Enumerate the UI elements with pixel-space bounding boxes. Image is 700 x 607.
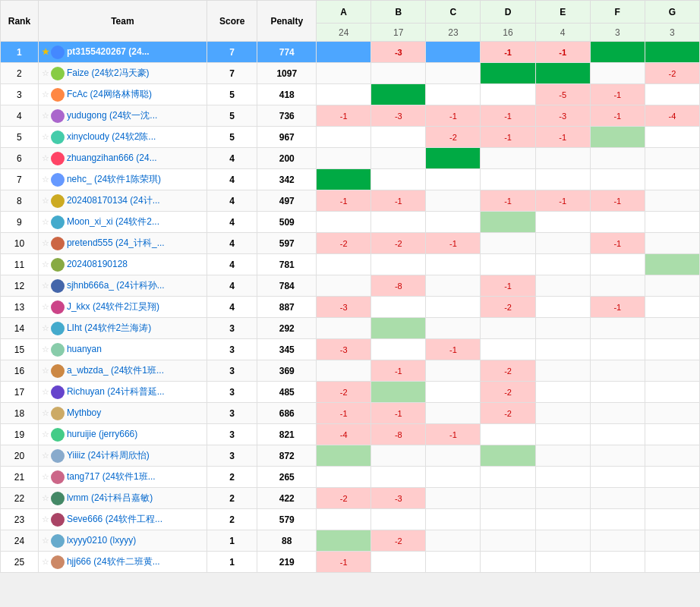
prob-a-cell xyxy=(317,254,371,275)
score-cell: 2 xyxy=(207,488,257,509)
prob-d-header[interactable]: D xyxy=(481,1,535,24)
scoreboard-table: Rank Team Score Penalty A B C D E F G 24… xyxy=(0,0,700,573)
star-icon[interactable]: ☆ xyxy=(42,111,49,120)
prob-b-cell xyxy=(371,339,426,360)
prob-f-cell xyxy=(590,169,645,190)
team-cell[interactable]: ☆LIht (24软件2兰海涛) xyxy=(38,318,207,339)
prob-a-cell: -2 xyxy=(317,382,371,403)
prob-b-header[interactable]: B xyxy=(371,1,426,24)
prob-d-cell: -1 xyxy=(481,275,535,297)
team-name: lxyyy0210 (lxyyy) xyxy=(67,535,136,546)
team-cell[interactable]: ☆tang717 (24软件1班... xyxy=(38,467,207,488)
score-cell: 3 xyxy=(207,445,257,467)
star-icon[interactable]: ☆ xyxy=(42,536,49,545)
prob-g-cell xyxy=(645,127,699,148)
prob-f-cell xyxy=(590,127,645,148)
star-icon[interactable]: ☆ xyxy=(42,472,49,481)
score-cell: 3 xyxy=(207,339,257,360)
penalty-cell: 686 xyxy=(257,403,317,424)
star-icon[interactable]: ☆ xyxy=(42,557,49,566)
team-cell[interactable]: ☆Richuyan (24计科普延... xyxy=(38,382,207,403)
team-cell[interactable]: ☆lxyyy0210 (lxyyy) xyxy=(38,530,207,552)
team-cell[interactable]: ☆huruijie (jerry666) xyxy=(38,424,207,445)
prob-b-cell xyxy=(371,552,426,573)
team-cell[interactable]: ☆nehc_ (24软件1陈荣琪) xyxy=(38,169,207,190)
star-icon[interactable]: ☆ xyxy=(42,366,49,375)
star-icon[interactable]: ☆ xyxy=(42,90,49,99)
prob-g-cell xyxy=(645,424,699,445)
team-cell[interactable]: ☆Seve666 (24软件工程... xyxy=(38,509,207,530)
star-icon[interactable]: ☆ xyxy=(42,217,49,226)
star-icon[interactable]: ☆ xyxy=(42,132,49,141)
star-icon[interactable]: ☆ xyxy=(42,153,49,162)
team-cell[interactable]: ☆huanyan xyxy=(38,339,207,360)
team-cell[interactable]: ☆Faize (24软2冯天豪) xyxy=(38,63,207,84)
prob-b-cell xyxy=(371,127,426,148)
star-icon[interactable]: ☆ xyxy=(42,429,49,439)
prob-d-cell xyxy=(481,233,535,254)
star-icon[interactable]: ☆ xyxy=(42,344,49,354)
star-icon[interactable]: ☆ xyxy=(42,259,49,269)
team-cell[interactable]: ★pt3155420267 (24... xyxy=(38,42,207,63)
team-cell[interactable]: ☆pretend555 (24_计科_... xyxy=(38,233,207,254)
team-cell[interactable]: ☆zhuangzihan666 (24... xyxy=(38,148,207,169)
prob-g-cell xyxy=(645,297,699,318)
prob-a-cell: -2 xyxy=(317,233,371,254)
team-name: nehc_ (24软件1陈荣琪) xyxy=(67,174,161,184)
prob-a-cell xyxy=(317,467,371,488)
prob-b-cell: -3 xyxy=(371,488,426,509)
prob-c-cell xyxy=(426,84,481,105)
avatar xyxy=(51,131,65,144)
score-cell: 3 xyxy=(207,360,257,382)
avatar xyxy=(51,258,65,272)
star-icon[interactable]: ☆ xyxy=(42,302,49,311)
prob-b-cell xyxy=(371,318,426,339)
prob-b-cell xyxy=(371,467,426,488)
score-cell: 4 xyxy=(207,233,257,254)
team-cell[interactable]: ☆J_kkx (24软件2江昊翔) xyxy=(38,297,207,318)
team-name: zhuangzihan666 (24... xyxy=(67,153,157,163)
prob-d-cell: -1 xyxy=(481,190,535,212)
star-icon[interactable]: ☆ xyxy=(42,68,49,77)
prob-f-header[interactable]: F xyxy=(590,1,645,24)
team-cell[interactable]: ☆hjj666 (24软件二班黄... xyxy=(38,552,207,573)
star-icon[interactable]: ☆ xyxy=(42,323,49,332)
prob-a-cell xyxy=(317,63,371,84)
team-cell[interactable]: ☆202408190128 xyxy=(38,254,207,275)
star-icon[interactable]: ☆ xyxy=(42,175,49,184)
prob-c-cell: -1 xyxy=(426,105,481,127)
avatar xyxy=(51,407,65,420)
prob-c-header[interactable]: C xyxy=(426,1,481,24)
prob-f-cell: -1 xyxy=(590,84,645,105)
team-cell[interactable]: ☆Yiiiiz (24计科周欣怡) xyxy=(38,445,207,467)
team-name: Yiiiiz (24计科周欣怡) xyxy=(67,450,150,461)
star-icon[interactable]: ☆ xyxy=(42,451,49,460)
team-cell[interactable]: ☆xinycloudy (24软2陈... xyxy=(38,127,207,148)
star-icon[interactable]: ☆ xyxy=(42,196,49,205)
star-icon[interactable]: ☆ xyxy=(42,387,49,396)
prob-a-header[interactable]: A xyxy=(317,1,371,24)
team-cell[interactable]: ☆Mythboy xyxy=(38,403,207,424)
team-cell[interactable]: ☆yudugong (24软一沈... xyxy=(38,105,207,127)
star-icon[interactable]: ☆ xyxy=(42,408,49,417)
team-cell[interactable]: ☆a_wbzda_ (24软件1班... xyxy=(38,360,207,382)
score-cell: 3 xyxy=(207,403,257,424)
avatar xyxy=(51,343,65,357)
star-icon[interactable]: ★ xyxy=(42,47,49,56)
prob-d-count: 16 xyxy=(481,24,535,42)
team-cell[interactable]: ☆202408170134 (24计... xyxy=(38,190,207,212)
prob-d-cell xyxy=(481,509,535,530)
prob-e-header[interactable]: E xyxy=(535,1,590,24)
star-icon[interactable]: ☆ xyxy=(42,493,49,502)
team-cell[interactable]: ☆FcAc (24网络林博聪) xyxy=(38,84,207,105)
prob-f-cell xyxy=(590,360,645,382)
star-icon[interactable]: ☆ xyxy=(42,238,49,247)
prob-g-header[interactable]: G xyxy=(645,1,699,24)
team-cell[interactable]: ☆sjhnb666a_ (24计科孙... xyxy=(38,275,207,297)
team-cell[interactable]: ☆lvmm (24计科吕嘉敏) xyxy=(38,488,207,509)
team-cell[interactable]: ☆Moon_xi_xi (24软件2... xyxy=(38,212,207,233)
star-icon[interactable]: ☆ xyxy=(42,281,49,290)
prob-e-cell xyxy=(535,275,590,297)
prob-e-cell xyxy=(535,297,590,318)
star-icon[interactable]: ☆ xyxy=(42,514,49,524)
